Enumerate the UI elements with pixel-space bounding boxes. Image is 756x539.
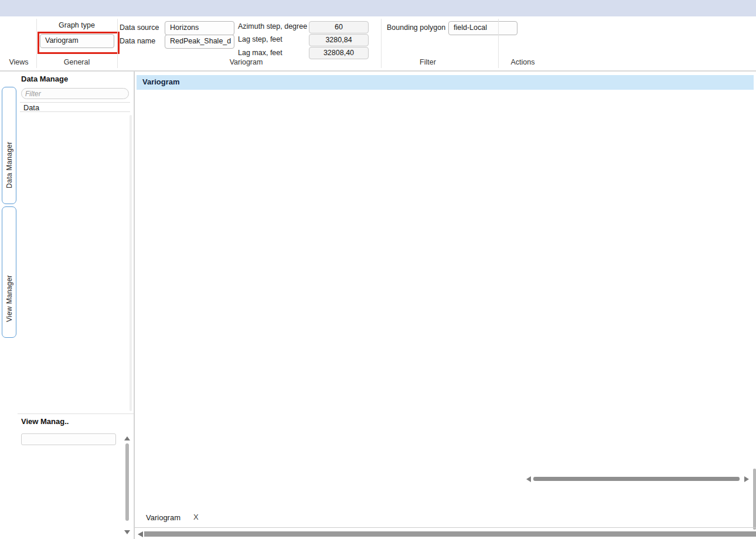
view-tree-scrollbar[interactable] bbox=[125, 443, 129, 521]
bounding-polygon-label: Bounding polygon bbox=[387, 23, 445, 32]
chevron-down-icon bbox=[225, 39, 231, 45]
ribbon-group-filter: Filter bbox=[375, 58, 481, 66]
collapse-panel-icon[interactable] bbox=[3, 75, 13, 83]
legend-scroll-right-arrow[interactable] bbox=[744, 476, 749, 482]
main-vertical-scrollbar[interactable] bbox=[753, 469, 756, 530]
chart-title: Variogram bbox=[142, 77, 180, 86]
menu-bar bbox=[0, 0, 756, 16]
chevron-down-icon bbox=[105, 38, 111, 45]
scroll-down-arrow[interactable] bbox=[124, 530, 130, 534]
bottom-scrollbar[interactable] bbox=[144, 531, 756, 537]
remove-view-icon[interactable] bbox=[90, 419, 98, 427]
main-area: Variogram Variogram X bbox=[134, 72, 756, 539]
data-source-label: Data source bbox=[120, 23, 159, 32]
ribbon: Views Graph type Variogram General Data … bbox=[0, 16, 756, 72]
group-separator bbox=[36, 19, 37, 68]
data-tree-scrollbar[interactable] bbox=[130, 115, 132, 411]
variogram-chart[interactable] bbox=[137, 90, 516, 507]
graph-type-select[interactable]: Variogram bbox=[40, 34, 114, 48]
bottom-scroll-left-arrow[interactable] bbox=[138, 531, 143, 537]
ribbon-group-views: Views bbox=[0, 58, 38, 66]
lag-max-field[interactable]: 32808,40 bbox=[309, 47, 369, 59]
scroll-up-arrow[interactable] bbox=[124, 436, 130, 440]
legend-scroll-left-arrow[interactable] bbox=[526, 476, 531, 482]
side-tab-data-manager[interactable]: Data Manager bbox=[2, 87, 16, 204]
lag-step-label: Lag step, feet bbox=[238, 35, 282, 43]
chevron-right-icon[interactable] bbox=[95, 75, 103, 83]
pin-icon[interactable] bbox=[107, 419, 115, 427]
lag-step-field[interactable]: 3280,84 bbox=[309, 34, 369, 46]
pin-icon[interactable] bbox=[108, 75, 116, 83]
view-filter-input[interactable] bbox=[21, 433, 116, 445]
group-separator bbox=[117, 19, 118, 68]
legend-scrollbar[interactable] bbox=[533, 477, 740, 481]
chevron-down-icon[interactable] bbox=[82, 75, 90, 83]
graph-type-highlight-box: Variogram bbox=[38, 32, 120, 54]
data-name-label: Data name bbox=[120, 37, 155, 45]
side-tab-strip: Data Manager View Manager bbox=[0, 72, 18, 539]
tab-bar-divider bbox=[135, 527, 756, 528]
view-manager-title: View Manag.. bbox=[21, 417, 69, 426]
view-manager-panel: View Manag.. bbox=[18, 413, 134, 539]
graph-type-label: Graph type bbox=[39, 21, 115, 29]
data-name-select[interactable]: RedPeak_Shale_d bbox=[165, 35, 234, 49]
database-icon bbox=[5, 190, 13, 201]
data-section-header: Data bbox=[20, 102, 130, 112]
data-manager-title: Data Manage bbox=[21, 74, 68, 83]
chart-title-bar: Variogram bbox=[137, 75, 754, 90]
filter-input[interactable] bbox=[21, 88, 129, 99]
close-tab-icon[interactable]: X bbox=[193, 513, 199, 521]
side-tab-view-manager[interactable]: View Manager bbox=[2, 206, 16, 338]
ribbon-group-variogram: Variogram bbox=[135, 58, 357, 66]
bounding-polygon-select[interactable]: field-Local bbox=[448, 21, 517, 35]
azimuth-step-field[interactable]: 60 bbox=[309, 21, 369, 33]
lag-max-label: Lag max, feet bbox=[238, 49, 282, 57]
restore-window-icon[interactable] bbox=[120, 75, 128, 83]
restore-window-icon[interactable] bbox=[120, 419, 128, 427]
data-manager-panel: Data Manage Data bbox=[18, 72, 134, 413]
data-source-select[interactable]: Horizons bbox=[165, 21, 234, 35]
stacked-windows-icon bbox=[5, 324, 13, 334]
ribbon-group-general: General bbox=[39, 58, 115, 66]
tab-variogram[interactable]: Variogram bbox=[146, 513, 181, 522]
refresh-icon[interactable] bbox=[509, 27, 531, 50]
views-icon[interactable] bbox=[8, 23, 29, 45]
add-view-icon[interactable] bbox=[74, 419, 83, 427]
ribbon-group-actions: Actions bbox=[493, 58, 552, 66]
chevron-down-icon bbox=[225, 25, 231, 32]
azimuth-step-label: Azimuth step, degree bbox=[238, 22, 307, 30]
